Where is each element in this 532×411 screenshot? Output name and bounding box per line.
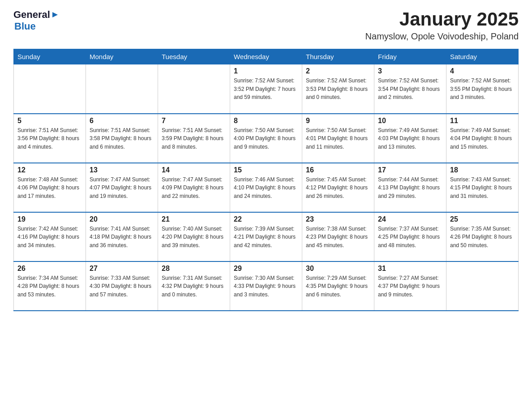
calendar-cell: 6Sunrise: 7:51 AM Sunset: 3:58 PM Daylig… xyxy=(86,114,158,163)
day-number: 13 xyxy=(90,166,154,174)
calendar-cell: 16Sunrise: 7:45 AM Sunset: 4:12 PM Dayli… xyxy=(302,163,374,212)
day-number: 8 xyxy=(234,117,298,125)
calendar-cell: 27Sunrise: 7:33 AM Sunset: 4:30 PM Dayli… xyxy=(86,261,158,311)
calendar-cell: 11Sunrise: 7:49 AM Sunset: 4:04 PM Dayli… xyxy=(446,114,519,163)
weekday-header-wednesday: Wednesday xyxy=(230,49,302,64)
day-info: Sunrise: 7:51 AM Sunset: 3:59 PM Dayligh… xyxy=(162,126,226,151)
calendar-cell: 7Sunrise: 7:51 AM Sunset: 3:59 PM Daylig… xyxy=(158,114,230,163)
day-number: 28 xyxy=(162,265,226,273)
location-title: Namyslow, Opole Voivodeship, Poland xyxy=(365,31,519,42)
day-info: Sunrise: 7:34 AM Sunset: 4:28 PM Dayligh… xyxy=(17,274,82,299)
day-info: Sunrise: 7:48 AM Sunset: 4:06 PM Dayligh… xyxy=(17,176,82,201)
weekday-header-saturday: Saturday xyxy=(446,49,519,64)
day-number: 26 xyxy=(17,265,82,273)
day-number: 23 xyxy=(306,215,370,223)
calendar-cell: 10Sunrise: 7:49 AM Sunset: 4:03 PM Dayli… xyxy=(374,114,446,163)
day-number: 24 xyxy=(378,215,442,223)
calendar-cell: 26Sunrise: 7:34 AM Sunset: 4:28 PM Dayli… xyxy=(14,261,86,311)
day-info: Sunrise: 7:29 AM Sunset: 4:35 PM Dayligh… xyxy=(306,274,370,299)
day-info: Sunrise: 7:41 AM Sunset: 4:18 PM Dayligh… xyxy=(90,225,154,250)
day-number: 18 xyxy=(450,166,515,174)
day-number: 29 xyxy=(234,265,298,273)
weekday-header-row: SundayMondayTuesdayWednesdayThursdayFrid… xyxy=(14,49,519,64)
day-number: 6 xyxy=(90,117,154,125)
day-info: Sunrise: 7:52 AM Sunset: 3:53 PM Dayligh… xyxy=(306,77,370,102)
day-number: 30 xyxy=(306,265,370,273)
calendar-cell: 30Sunrise: 7:29 AM Sunset: 4:35 PM Dayli… xyxy=(302,261,374,311)
calendar-cell: 2Sunrise: 7:52 AM Sunset: 3:53 PM Daylig… xyxy=(302,64,374,114)
calendar-cell: 5Sunrise: 7:51 AM Sunset: 3:56 PM Daylig… xyxy=(14,114,86,163)
day-number: 5 xyxy=(17,117,82,125)
calendar-cell: 20Sunrise: 7:41 AM Sunset: 4:18 PM Dayli… xyxy=(86,212,158,261)
calendar-cell: 8Sunrise: 7:50 AM Sunset: 4:00 PM Daylig… xyxy=(230,114,302,163)
calendar-cell: 28Sunrise: 7:31 AM Sunset: 4:32 PM Dayli… xyxy=(158,261,230,311)
day-number: 21 xyxy=(162,215,226,223)
day-info: Sunrise: 7:45 AM Sunset: 4:12 PM Dayligh… xyxy=(306,176,370,201)
day-number: 22 xyxy=(234,215,298,223)
calendar-cell: 14Sunrise: 7:47 AM Sunset: 4:09 PM Dayli… xyxy=(158,163,230,212)
weekday-header-thursday: Thursday xyxy=(302,49,374,64)
calendar-cell xyxy=(446,261,519,311)
svg-marker-0 xyxy=(52,12,58,17)
day-number: 11 xyxy=(450,117,515,125)
day-info: Sunrise: 7:51 AM Sunset: 3:58 PM Dayligh… xyxy=(90,126,154,151)
day-number: 4 xyxy=(450,67,515,75)
day-info: Sunrise: 7:37 AM Sunset: 4:25 PM Dayligh… xyxy=(378,225,442,250)
day-number: 20 xyxy=(90,215,154,223)
day-number: 17 xyxy=(378,166,442,174)
day-number: 14 xyxy=(162,166,226,174)
day-number: 2 xyxy=(306,67,370,75)
calendar-week-3: 12Sunrise: 7:48 AM Sunset: 4:06 PM Dayli… xyxy=(14,163,519,212)
calendar-cell xyxy=(86,64,158,114)
day-info: Sunrise: 7:52 AM Sunset: 3:54 PM Dayligh… xyxy=(378,77,442,102)
calendar-cell: 23Sunrise: 7:38 AM Sunset: 4:23 PM Dayli… xyxy=(302,212,374,261)
logo-general-text: General xyxy=(13,9,50,21)
calendar-cell xyxy=(158,64,230,114)
calendar-table: SundayMondayTuesdayWednesdayThursdayFrid… xyxy=(13,49,519,311)
calendar-cell: 21Sunrise: 7:40 AM Sunset: 4:20 PM Dayli… xyxy=(158,212,230,261)
day-number: 25 xyxy=(450,215,515,223)
calendar-week-5: 26Sunrise: 7:34 AM Sunset: 4:28 PM Dayli… xyxy=(14,261,519,311)
day-info: Sunrise: 7:40 AM Sunset: 4:20 PM Dayligh… xyxy=(162,225,226,250)
day-number: 7 xyxy=(162,117,226,125)
day-info: Sunrise: 7:49 AM Sunset: 4:03 PM Dayligh… xyxy=(378,126,442,151)
day-number: 27 xyxy=(90,265,154,273)
day-info: Sunrise: 7:44 AM Sunset: 4:13 PM Dayligh… xyxy=(378,176,442,201)
calendar-cell: 9Sunrise: 7:50 AM Sunset: 4:01 PM Daylig… xyxy=(302,114,374,163)
calendar-cell: 25Sunrise: 7:35 AM Sunset: 4:26 PM Dayli… xyxy=(446,212,519,261)
day-number: 9 xyxy=(306,117,370,125)
calendar-cell: 29Sunrise: 7:30 AM Sunset: 4:33 PM Dayli… xyxy=(230,261,302,311)
day-info: Sunrise: 7:50 AM Sunset: 4:01 PM Dayligh… xyxy=(306,126,370,151)
day-info: Sunrise: 7:52 AM Sunset: 3:52 PM Dayligh… xyxy=(234,77,298,102)
calendar-cell: 19Sunrise: 7:42 AM Sunset: 4:16 PM Dayli… xyxy=(14,212,86,261)
day-info: Sunrise: 7:30 AM Sunset: 4:33 PM Dayligh… xyxy=(234,274,298,299)
calendar-week-4: 19Sunrise: 7:42 AM Sunset: 4:16 PM Dayli… xyxy=(14,212,519,261)
calendar-cell: 1Sunrise: 7:52 AM Sunset: 3:52 PM Daylig… xyxy=(230,64,302,114)
calendar-cell: 24Sunrise: 7:37 AM Sunset: 4:25 PM Dayli… xyxy=(374,212,446,261)
day-info: Sunrise: 7:38 AM Sunset: 4:23 PM Dayligh… xyxy=(306,225,370,250)
calendar-cell xyxy=(14,64,86,114)
logo-arrow-icon xyxy=(51,11,59,18)
day-info: Sunrise: 7:35 AM Sunset: 4:26 PM Dayligh… xyxy=(450,225,515,250)
calendar-cell: 3Sunrise: 7:52 AM Sunset: 3:54 PM Daylig… xyxy=(374,64,446,114)
day-info: Sunrise: 7:47 AM Sunset: 4:09 PM Dayligh… xyxy=(162,176,226,201)
calendar-cell: 13Sunrise: 7:47 AM Sunset: 4:07 PM Dayli… xyxy=(86,163,158,212)
logo: General Blue xyxy=(13,9,59,32)
day-info: Sunrise: 7:51 AM Sunset: 3:56 PM Dayligh… xyxy=(17,126,82,151)
day-number: 31 xyxy=(378,265,442,273)
calendar-week-1: 1Sunrise: 7:52 AM Sunset: 3:52 PM Daylig… xyxy=(14,64,519,114)
weekday-header-sunday: Sunday xyxy=(14,49,86,64)
day-info: Sunrise: 7:46 AM Sunset: 4:10 PM Dayligh… xyxy=(234,176,298,201)
calendar-cell: 15Sunrise: 7:46 AM Sunset: 4:10 PM Dayli… xyxy=(230,163,302,212)
day-info: Sunrise: 7:39 AM Sunset: 4:21 PM Dayligh… xyxy=(234,225,298,250)
calendar-cell: 31Sunrise: 7:27 AM Sunset: 4:37 PM Dayli… xyxy=(374,261,446,311)
calendar-cell: 12Sunrise: 7:48 AM Sunset: 4:06 PM Dayli… xyxy=(14,163,86,212)
day-info: Sunrise: 7:50 AM Sunset: 4:00 PM Dayligh… xyxy=(234,126,298,151)
day-info: Sunrise: 7:31 AM Sunset: 4:32 PM Dayligh… xyxy=(162,274,226,299)
calendar-cell: 17Sunrise: 7:44 AM Sunset: 4:13 PM Dayli… xyxy=(374,163,446,212)
weekday-header-tuesday: Tuesday xyxy=(158,49,230,64)
day-number: 16 xyxy=(306,166,370,174)
day-info: Sunrise: 7:49 AM Sunset: 4:04 PM Dayligh… xyxy=(450,126,515,151)
day-number: 12 xyxy=(17,166,82,174)
day-info: Sunrise: 7:33 AM Sunset: 4:30 PM Dayligh… xyxy=(90,274,154,299)
